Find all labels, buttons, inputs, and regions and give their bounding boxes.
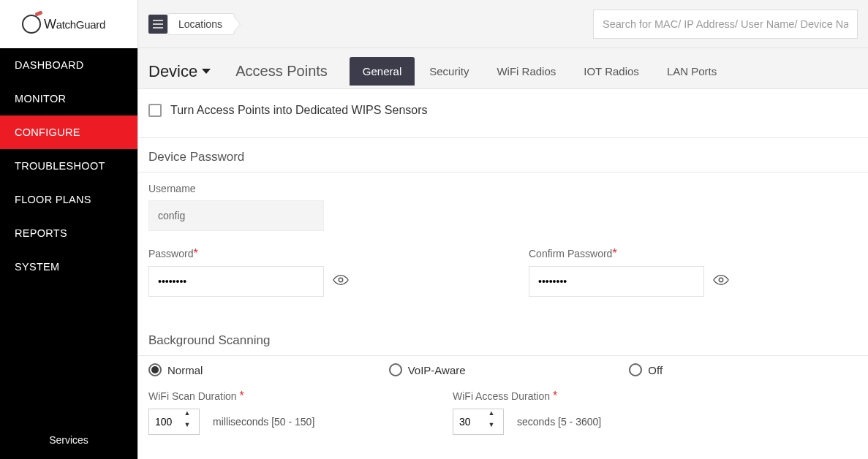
device-dropdown[interactable]: Device [148, 62, 211, 81]
eye-icon[interactable] [713, 272, 729, 291]
radio-voip[interactable]: VoIP-Aware [389, 363, 618, 376]
page-subheading: Access Points [235, 63, 328, 80]
password-label: Password* [148, 247, 368, 260]
wifi-access-label: WiFi Access Duration * [453, 390, 713, 403]
stepper-down-icon[interactable]: ▼ [180, 422, 195, 433]
username-label: Username [148, 183, 858, 194]
tab-lan-ports[interactable]: LAN Ports [654, 57, 730, 86]
breadcrumb[interactable]: Locations [167, 13, 235, 35]
wifi-access-suffix: seconds [5 - 3600] [517, 416, 601, 428]
sidebar: WWatchGuardatchGuard DASHBOARD MONITOR C… [0, 0, 137, 459]
sidebar-item-dashboard[interactable]: DASHBOARD [0, 48, 137, 82]
sidebar-nav: DASHBOARD MONITOR CONFIGURE TROUBLESHOOT… [0, 48, 137, 284]
tab-wifi-radios[interactable]: WiFi Radios [483, 57, 569, 86]
radio-off-label: Off [648, 364, 663, 376]
radio-icon [629, 363, 642, 376]
sidebar-item-reports[interactable]: REPORTS [0, 216, 137, 250]
stepper-up-icon[interactable]: ▲ [484, 410, 499, 422]
bg-scan-options: Normal VoIP-Aware Off [138, 356, 868, 390]
wifi-scan-stepper[interactable]: ▲ ▼ [148, 409, 200, 435]
chevron-right-icon [233, 16, 240, 32]
wifi-scan-label: WiFi Scan Duration * [148, 390, 409, 403]
section-background-scanning: Background Scanning [138, 322, 868, 356]
main: Locations Device Access Points General S… [137, 0, 868, 459]
wifi-scan-input[interactable] [149, 409, 180, 434]
duration-row: WiFi Scan Duration * ▲ ▼ milliseconds [5… [138, 390, 868, 449]
stepper-up-icon[interactable]: ▲ [180, 410, 195, 422]
svg-point-0 [339, 278, 343, 282]
username-field [148, 200, 324, 231]
password-field[interactable] [148, 266, 324, 297]
tab-security[interactable]: Security [416, 57, 482, 86]
tab-general[interactable]: General [350, 57, 415, 86]
sidebar-item-monitor[interactable]: MONITOR [0, 82, 137, 115]
sidebar-item-configure[interactable]: CONFIGURE [0, 115, 137, 149]
svg-point-1 [719, 278, 723, 282]
confirm-password-label: Confirm Password* [529, 247, 748, 260]
brand-area: WWatchGuardatchGuard [0, 0, 137, 48]
tabs: General Security WiFi Radios IOT Radios … [350, 57, 730, 86]
tab-iot-radios[interactable]: IOT Radios [570, 57, 652, 86]
wifi-access-input[interactable] [453, 409, 484, 434]
sidebar-footer-services[interactable]: Services [0, 434, 137, 459]
stepper-down-icon[interactable]: ▼ [484, 422, 499, 433]
confirm-password-field[interactable] [529, 266, 704, 297]
device-password-block: Username Password* Confirm [138, 172, 868, 300]
radio-icon [148, 363, 162, 376]
radio-normal[interactable]: Normal [148, 363, 377, 376]
breadcrumb-label: Locations [168, 18, 234, 30]
device-dropdown-label: Device [148, 62, 197, 81]
sidebar-item-system[interactable]: SYSTEM [0, 250, 137, 284]
wifi-scan-suffix: milliseconds [50 - 150] [213, 416, 314, 428]
radio-off[interactable]: Off [629, 363, 858, 376]
section-device-password: Device Password [138, 138, 868, 172]
wips-checkbox[interactable] [148, 104, 162, 117]
hamburger-icon[interactable] [148, 15, 167, 34]
wips-row: Turn Access Points into Dedicated WIPS S… [138, 89, 868, 138]
topbar: Locations [138, 0, 868, 48]
search-input[interactable] [593, 10, 858, 39]
eye-icon[interactable] [333, 272, 349, 291]
brand-logo-icon [22, 15, 41, 34]
caret-down-icon [202, 69, 211, 74]
wifi-access-stepper[interactable]: ▲ ▼ [453, 409, 504, 435]
radio-normal-label: Normal [167, 364, 203, 376]
sidebar-item-floor-plans[interactable]: FLOOR PLANS [0, 183, 137, 216]
content: Turn Access Points into Dedicated WIPS S… [138, 89, 868, 459]
radio-voip-label: VoIP-Aware [408, 364, 466, 376]
brand-name: WWatchGuardatchGuard [44, 17, 105, 32]
wips-label: Turn Access Points into Dedicated WIPS S… [170, 104, 428, 117]
tabbar: Device Access Points General Security Wi… [138, 48, 868, 89]
sidebar-item-troubleshoot[interactable]: TROUBLESHOOT [0, 149, 137, 183]
radio-icon [389, 363, 402, 376]
